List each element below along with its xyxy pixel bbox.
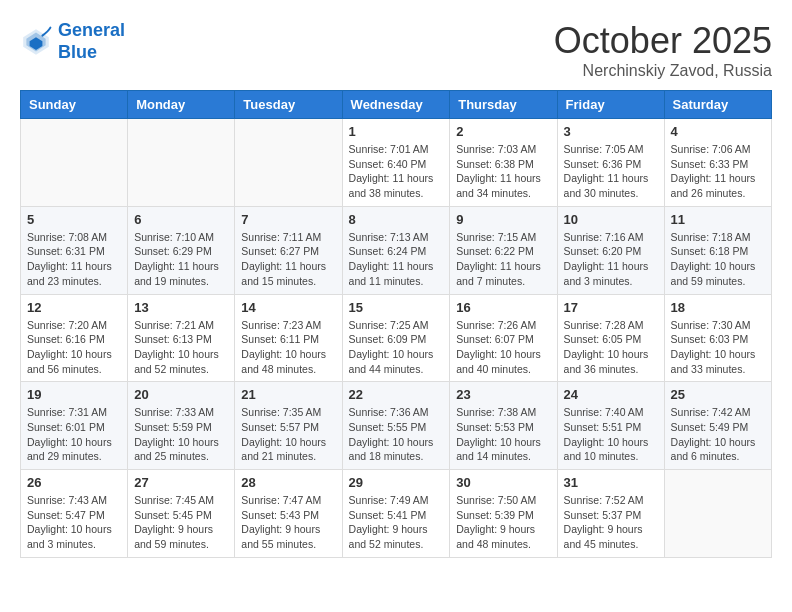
day-info: Sunrise: 7:06 AM Sunset: 6:33 PM Dayligh…	[671, 142, 765, 201]
calendar-cell: 27Sunrise: 7:45 AM Sunset: 5:45 PM Dayli…	[128, 470, 235, 558]
calendar-cell: 19Sunrise: 7:31 AM Sunset: 6:01 PM Dayli…	[21, 382, 128, 470]
calendar-cell: 5Sunrise: 7:08 AM Sunset: 6:31 PM Daylig…	[21, 206, 128, 294]
day-info: Sunrise: 7:43 AM Sunset: 5:47 PM Dayligh…	[27, 493, 121, 552]
day-info: Sunrise: 7:42 AM Sunset: 5:49 PM Dayligh…	[671, 405, 765, 464]
day-number: 1	[349, 124, 444, 139]
calendar-cell: 21Sunrise: 7:35 AM Sunset: 5:57 PM Dayli…	[235, 382, 342, 470]
day-number: 25	[671, 387, 765, 402]
day-info: Sunrise: 7:49 AM Sunset: 5:41 PM Dayligh…	[349, 493, 444, 552]
day-number: 13	[134, 300, 228, 315]
weekday-header-friday: Friday	[557, 91, 664, 119]
day-info: Sunrise: 7:05 AM Sunset: 6:36 PM Dayligh…	[564, 142, 658, 201]
day-number: 4	[671, 124, 765, 139]
day-info: Sunrise: 7:50 AM Sunset: 5:39 PM Dayligh…	[456, 493, 550, 552]
calendar-cell: 17Sunrise: 7:28 AM Sunset: 6:05 PM Dayli…	[557, 294, 664, 382]
calendar-cell	[235, 119, 342, 207]
day-info: Sunrise: 7:26 AM Sunset: 6:07 PM Dayligh…	[456, 318, 550, 377]
day-number: 22	[349, 387, 444, 402]
day-number: 26	[27, 475, 121, 490]
calendar-cell: 26Sunrise: 7:43 AM Sunset: 5:47 PM Dayli…	[21, 470, 128, 558]
day-number: 21	[241, 387, 335, 402]
day-info: Sunrise: 7:01 AM Sunset: 6:40 PM Dayligh…	[349, 142, 444, 201]
day-info: Sunrise: 7:20 AM Sunset: 6:16 PM Dayligh…	[27, 318, 121, 377]
day-number: 27	[134, 475, 228, 490]
weekday-header-tuesday: Tuesday	[235, 91, 342, 119]
day-number: 16	[456, 300, 550, 315]
calendar-cell	[664, 470, 771, 558]
day-info: Sunrise: 7:21 AM Sunset: 6:13 PM Dayligh…	[134, 318, 228, 377]
day-number: 11	[671, 212, 765, 227]
day-number: 24	[564, 387, 658, 402]
day-info: Sunrise: 7:13 AM Sunset: 6:24 PM Dayligh…	[349, 230, 444, 289]
weekday-header-saturday: Saturday	[664, 91, 771, 119]
weekday-header-sunday: Sunday	[21, 91, 128, 119]
day-number: 3	[564, 124, 658, 139]
calendar-cell: 30Sunrise: 7:50 AM Sunset: 5:39 PM Dayli…	[450, 470, 557, 558]
day-info: Sunrise: 7:10 AM Sunset: 6:29 PM Dayligh…	[134, 230, 228, 289]
logo-line1: General	[58, 20, 125, 40]
calendar-cell: 28Sunrise: 7:47 AM Sunset: 5:43 PM Dayli…	[235, 470, 342, 558]
calendar-cell: 18Sunrise: 7:30 AM Sunset: 6:03 PM Dayli…	[664, 294, 771, 382]
header: General Blue October 2025 Nerchinskiy Za…	[20, 20, 772, 80]
logo-line2: Blue	[58, 42, 97, 62]
calendar-cell: 15Sunrise: 7:25 AM Sunset: 6:09 PM Dayli…	[342, 294, 450, 382]
day-info: Sunrise: 7:47 AM Sunset: 5:43 PM Dayligh…	[241, 493, 335, 552]
day-info: Sunrise: 7:38 AM Sunset: 5:53 PM Dayligh…	[456, 405, 550, 464]
calendar-cell: 3Sunrise: 7:05 AM Sunset: 6:36 PM Daylig…	[557, 119, 664, 207]
calendar-cell	[21, 119, 128, 207]
day-info: Sunrise: 7:03 AM Sunset: 6:38 PM Dayligh…	[456, 142, 550, 201]
weekday-header-thursday: Thursday	[450, 91, 557, 119]
calendar-cell: 8Sunrise: 7:13 AM Sunset: 6:24 PM Daylig…	[342, 206, 450, 294]
day-number: 17	[564, 300, 658, 315]
calendar-cell: 13Sunrise: 7:21 AM Sunset: 6:13 PM Dayli…	[128, 294, 235, 382]
day-number: 5	[27, 212, 121, 227]
calendar-week-row: 5Sunrise: 7:08 AM Sunset: 6:31 PM Daylig…	[21, 206, 772, 294]
month-title: October 2025	[554, 20, 772, 62]
day-number: 2	[456, 124, 550, 139]
day-number: 14	[241, 300, 335, 315]
day-info: Sunrise: 7:25 AM Sunset: 6:09 PM Dayligh…	[349, 318, 444, 377]
day-info: Sunrise: 7:52 AM Sunset: 5:37 PM Dayligh…	[564, 493, 658, 552]
weekday-header-monday: Monday	[128, 91, 235, 119]
day-info: Sunrise: 7:16 AM Sunset: 6:20 PM Dayligh…	[564, 230, 658, 289]
calendar-cell: 25Sunrise: 7:42 AM Sunset: 5:49 PM Dayli…	[664, 382, 771, 470]
day-number: 6	[134, 212, 228, 227]
calendar-cell: 22Sunrise: 7:36 AM Sunset: 5:55 PM Dayli…	[342, 382, 450, 470]
calendar-cell: 16Sunrise: 7:26 AM Sunset: 6:07 PM Dayli…	[450, 294, 557, 382]
calendar-table: SundayMondayTuesdayWednesdayThursdayFrid…	[20, 90, 772, 558]
day-number: 30	[456, 475, 550, 490]
calendar-cell: 23Sunrise: 7:38 AM Sunset: 5:53 PM Dayli…	[450, 382, 557, 470]
calendar-cell: 2Sunrise: 7:03 AM Sunset: 6:38 PM Daylig…	[450, 119, 557, 207]
day-number: 23	[456, 387, 550, 402]
day-info: Sunrise: 7:40 AM Sunset: 5:51 PM Dayligh…	[564, 405, 658, 464]
day-number: 10	[564, 212, 658, 227]
day-number: 31	[564, 475, 658, 490]
calendar-week-row: 12Sunrise: 7:20 AM Sunset: 6:16 PM Dayli…	[21, 294, 772, 382]
day-number: 8	[349, 212, 444, 227]
calendar-cell: 20Sunrise: 7:33 AM Sunset: 5:59 PM Dayli…	[128, 382, 235, 470]
day-info: Sunrise: 7:33 AM Sunset: 5:59 PM Dayligh…	[134, 405, 228, 464]
calendar-week-row: 1Sunrise: 7:01 AM Sunset: 6:40 PM Daylig…	[21, 119, 772, 207]
day-number: 28	[241, 475, 335, 490]
calendar-cell: 6Sunrise: 7:10 AM Sunset: 6:29 PM Daylig…	[128, 206, 235, 294]
day-info: Sunrise: 7:36 AM Sunset: 5:55 PM Dayligh…	[349, 405, 444, 464]
day-number: 18	[671, 300, 765, 315]
day-info: Sunrise: 7:18 AM Sunset: 6:18 PM Dayligh…	[671, 230, 765, 289]
title-area: October 2025 Nerchinskiy Zavod, Russia	[554, 20, 772, 80]
location-title: Nerchinskiy Zavod, Russia	[554, 62, 772, 80]
calendar-cell: 11Sunrise: 7:18 AM Sunset: 6:18 PM Dayli…	[664, 206, 771, 294]
calendar-cell: 10Sunrise: 7:16 AM Sunset: 6:20 PM Dayli…	[557, 206, 664, 294]
calendar-cell: 7Sunrise: 7:11 AM Sunset: 6:27 PM Daylig…	[235, 206, 342, 294]
day-number: 9	[456, 212, 550, 227]
day-number: 7	[241, 212, 335, 227]
calendar-cell: 24Sunrise: 7:40 AM Sunset: 5:51 PM Dayli…	[557, 382, 664, 470]
logo-icon	[20, 26, 52, 58]
calendar-cell	[128, 119, 235, 207]
day-info: Sunrise: 7:31 AM Sunset: 6:01 PM Dayligh…	[27, 405, 121, 464]
weekday-header-row: SundayMondayTuesdayWednesdayThursdayFrid…	[21, 91, 772, 119]
day-info: Sunrise: 7:11 AM Sunset: 6:27 PM Dayligh…	[241, 230, 335, 289]
calendar-cell: 31Sunrise: 7:52 AM Sunset: 5:37 PM Dayli…	[557, 470, 664, 558]
day-info: Sunrise: 7:45 AM Sunset: 5:45 PM Dayligh…	[134, 493, 228, 552]
calendar-week-row: 19Sunrise: 7:31 AM Sunset: 6:01 PM Dayli…	[21, 382, 772, 470]
logo-text: General Blue	[58, 20, 125, 63]
